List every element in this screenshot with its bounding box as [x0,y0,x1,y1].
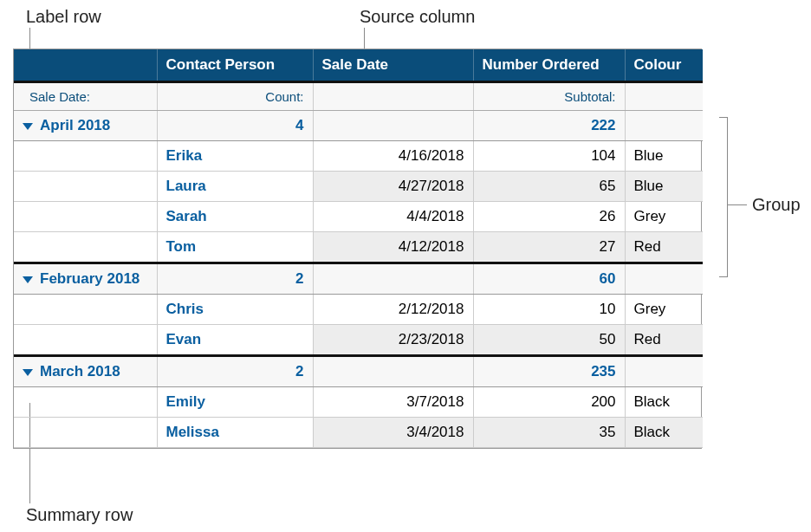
callout-line-source-column [364,28,365,49]
cell-blank [14,172,157,202]
cell-contact: Sarah [157,202,313,232]
table-row: Tom4/12/201827Red [14,232,703,263]
cell-colour: Black [625,418,703,448]
cell-contact: Evan [157,325,313,356]
cell-number: 104 [473,141,625,172]
cell-date: 2/23/2018 [313,325,473,356]
cell-date: 4/27/2018 [313,172,473,202]
group-blank-1 [313,263,473,295]
group-blank-1 [313,111,473,141]
summary-row: March 20182235 [14,356,703,387]
summary-row: February 2018260 [14,263,703,295]
cell-colour: Grey [625,202,703,232]
cell-date: 3/7/2018 [313,387,473,418]
disclosure-triangle-icon[interactable] [23,276,33,283]
cell-colour: Blue [625,141,703,172]
group-subtotal: 235 [473,356,625,387]
group-toggle[interactable]: February 2018 [14,263,157,295]
header-number-ordered: Number Ordered [473,49,625,82]
cell-blank [14,202,157,232]
cell-blank [14,325,157,356]
cell-date: 4/16/2018 [313,141,473,172]
cell-contact: Melissa [157,418,313,448]
header-colour: Colour [625,49,703,82]
callout-label-row: Label row [26,7,101,27]
cell-number: 65 [473,172,625,202]
cell-contact: Tom [157,232,313,263]
cell-date: 4/12/2018 [313,232,473,263]
cell-colour: Blue [625,172,703,202]
callout-group: Group [752,195,801,215]
cell-contact: Laura [157,172,313,202]
label-sale-date: Sale Date: [14,82,157,111]
group-count: 4 [157,111,313,141]
cell-date: 2/12/2018 [313,295,473,325]
group-subtotal: 222 [473,111,625,141]
group-name: February 2018 [40,270,139,287]
group-blank-2 [625,263,703,295]
cell-contact: Emily [157,387,313,418]
table-row: Sarah4/4/201826Grey [14,202,703,232]
group-toggle[interactable]: April 2018 [14,111,157,141]
cell-blank [14,418,157,448]
group-blank-2 [625,356,703,387]
cell-blank [14,387,157,418]
categorized-table: Contact Person Sale Date Number Ordered … [13,49,702,449]
label-blank-2 [625,82,703,111]
cell-colour: Red [625,325,703,356]
cell-date: 4/4/2018 [313,202,473,232]
cell-number: 35 [473,418,625,448]
table-row: Erika4/16/2018104Blue [14,141,703,172]
table-row: Laura4/27/201865Blue [14,172,703,202]
group-count: 2 [157,263,313,295]
cell-number: 26 [473,202,625,232]
table-row: Melissa3/4/201835Black [14,418,703,448]
cell-number: 10 [473,295,625,325]
cell-colour: Black [625,387,703,418]
callout-summary-row: Summary row [26,505,133,525]
cell-number: 200 [473,387,625,418]
callout-source-column: Source column [360,7,475,27]
label-count: Count: [157,82,313,111]
cell-contact: Erika [157,141,313,172]
cell-blank [14,295,157,325]
group-name: April 2018 [40,117,110,133]
cell-colour: Grey [625,295,703,325]
cell-number: 27 [473,232,625,263]
bracket-group [719,117,728,277]
group-blank-1 [313,356,473,387]
disclosure-triangle-icon[interactable] [23,369,33,376]
header-sale-date: Sale Date [313,49,473,82]
cell-number: 50 [473,325,625,356]
cell-date: 3/4/2018 [313,418,473,448]
cell-contact: Chris [157,295,313,325]
label-row: Sale Date:Count:Subtotal: [14,82,703,111]
group-toggle[interactable]: March 2018 [14,356,157,387]
cell-colour: Red [625,232,703,263]
callout-line-group [728,204,747,205]
group-name: March 2018 [40,363,120,380]
group-subtotal: 60 [473,263,625,295]
header-row: Contact Person Sale Date Number Ordered … [14,49,703,82]
summary-row: April 20184222 [14,111,703,141]
header-blank [14,49,157,82]
disclosure-triangle-icon[interactable] [23,123,33,130]
group-count: 2 [157,356,313,387]
label-subtotal: Subtotal: [473,82,625,111]
group-blank-2 [625,111,703,141]
table-row: Chris2/12/201810Grey [14,295,703,325]
table-row: Emily3/7/2018200Black [14,387,703,418]
header-contact-person: Contact Person [157,49,313,82]
table-row: Evan2/23/201850Red [14,325,703,356]
cell-blank [14,232,157,263]
label-blank-1 [313,82,473,111]
cell-blank [14,141,157,172]
